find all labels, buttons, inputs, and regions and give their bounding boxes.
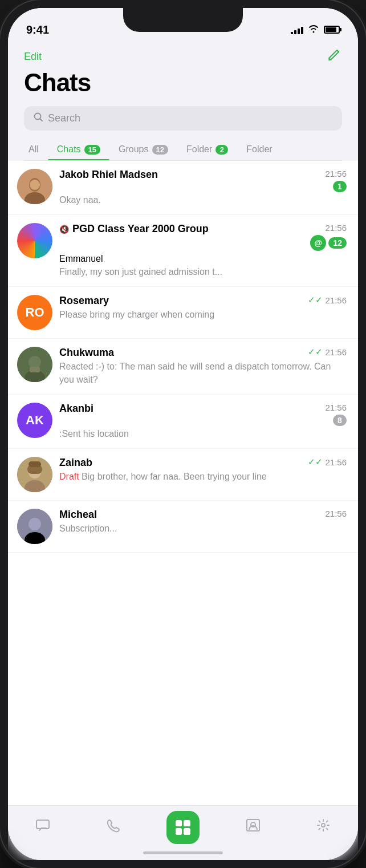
chat-body-rosemary: Rosemary ✓✓ 21:56 Please bring my charge… xyxy=(59,295,347,321)
avatar-micheal xyxy=(17,509,52,544)
avatar-jakob xyxy=(17,169,52,204)
avatar-zainab xyxy=(17,457,52,492)
chat-name-zainab: Zainab xyxy=(59,457,92,469)
tab-chats[interactable]: Chats 15 xyxy=(48,140,109,160)
unread-badge-akanbi: 8 xyxy=(333,415,347,426)
chat-name-micheal: Micheal xyxy=(59,509,97,521)
chat-preview-chukwuma: Reacted :-) to: The man said he will sen… xyxy=(59,360,347,386)
chat-meta-micheal: 21:56 xyxy=(325,509,347,518)
svg-rect-8 xyxy=(30,367,40,372)
chat-body-jakob: Jakob Rhiel Madsen 21:56 1 Okay naa. xyxy=(59,169,347,206)
nav-home[interactable] xyxy=(163,811,203,844)
chat-time-jakob: 21:56 xyxy=(325,169,347,179)
home-indicator xyxy=(143,851,223,854)
search-icon xyxy=(33,112,43,125)
tab-folder2[interactable]: Folder xyxy=(237,140,281,160)
chat-meta-akanbi: 21:56 8 xyxy=(325,403,347,426)
phone-screen: 9:41 xyxy=(8,8,358,860)
search-bar[interactable]: Search xyxy=(24,106,342,131)
chat-meta-jakob: 21:56 1 xyxy=(325,169,347,192)
phone-frame: 9:41 xyxy=(0,0,366,868)
chat-list: Jakob Rhiel Madsen 21:56 1 Okay naa. xyxy=(8,161,358,819)
settings-nav-icon xyxy=(315,817,331,837)
chat-item-zainab[interactable]: Zainab ✓✓ 21:56 Draft Big brother, how f… xyxy=(8,449,358,501)
tab-folder1[interactable]: Folder 2 xyxy=(177,140,237,160)
svg-point-15 xyxy=(29,518,41,530)
contacts-nav-icon xyxy=(245,817,261,837)
tab-all[interactable]: All xyxy=(24,140,48,160)
nav-settings[interactable] xyxy=(303,817,343,837)
content: Edit Chats xyxy=(8,42,358,860)
svg-point-7 xyxy=(29,356,41,368)
battery-icon xyxy=(324,26,340,34)
chat-time-pgd: 21:56 xyxy=(325,223,347,233)
svg-point-20 xyxy=(322,824,325,827)
svg-rect-17 xyxy=(36,820,49,829)
folder1-badge: 2 xyxy=(215,145,228,155)
chat-preview-pgd: Emmanuel Finally, my son just gained adm… xyxy=(59,253,347,278)
avatar-akanbi: AK xyxy=(17,403,52,438)
chat-name-pgd: 🔇 PGD Class Year 2000 Group xyxy=(59,223,209,235)
svg-rect-13 xyxy=(29,461,41,467)
grid-icon xyxy=(176,820,190,835)
header-top: Edit xyxy=(24,47,342,66)
double-check-rosemary: ✓✓ xyxy=(308,295,323,305)
nav-calls[interactable] xyxy=(93,817,133,837)
edit-button[interactable]: Edit xyxy=(24,51,42,63)
chat-meta-chukwuma: ✓✓ 21:56 xyxy=(308,347,347,357)
chat-time-zainab: ✓✓ 21:56 xyxy=(308,457,347,467)
chat-name-akanbi: Akanbi xyxy=(59,403,93,415)
wifi-icon xyxy=(308,24,319,35)
chat-time-akanbi: 21:56 xyxy=(325,403,347,412)
chat-body-akanbi: Akanbi 21:56 8 :Sent his location xyxy=(59,403,347,440)
compose-icon[interactable] xyxy=(326,47,342,66)
chat-preview-zainab: Draft Big brother, how far naa. Been try… xyxy=(59,470,347,483)
chat-meta-pgd: 21:56 @ 12 xyxy=(310,223,347,251)
tab-groups[interactable]: Groups 12 xyxy=(109,140,177,160)
chat-preview-micheal: Subscription... xyxy=(59,522,347,535)
chat-item-micheal[interactable]: Micheal 21:56 Subscription... xyxy=(8,501,358,553)
double-check-zainab: ✓✓ xyxy=(308,457,323,467)
chat-item-rosemary[interactable]: RO Rosemary ✓✓ 21:56 Please bring my xyxy=(8,287,358,339)
signal-icon xyxy=(291,25,303,34)
chat-time-chukwuma: ✓✓ 21:56 xyxy=(308,347,347,357)
chat-item-pgd[interactable]: 🔇 PGD Class Year 2000 Group 21:56 @ 12 xyxy=(8,215,358,287)
chat-name-chukwuma: Chukwuma xyxy=(59,347,114,359)
chat-meta-zainab: ✓✓ 21:56 xyxy=(308,457,347,467)
unread-badge-jakob: 1 xyxy=(333,181,347,192)
chat-body-zainab: Zainab ✓✓ 21:56 Draft Big brother, how f… xyxy=(59,457,347,483)
status-time: 9:41 xyxy=(26,23,49,36)
notch xyxy=(123,8,243,32)
header: Edit Chats xyxy=(8,42,358,161)
svg-point-4 xyxy=(30,180,40,190)
chat-item-akanbi[interactable]: AK Akanbi 21:56 8 :Sent his location xyxy=(8,395,358,449)
groups-badge: 12 xyxy=(152,145,168,155)
unread-count-pgd: 12 xyxy=(328,237,347,249)
chats-badge: 15 xyxy=(84,145,100,155)
nav-chats[interactable] xyxy=(23,817,63,837)
chat-time-rosemary: ✓✓ 21:56 xyxy=(308,295,347,305)
chat-body-pgd: 🔇 PGD Class Year 2000 Group 21:56 @ 12 xyxy=(59,223,347,278)
svg-point-0 xyxy=(35,113,41,120)
chat-preview-rosemary: Please bring my charger when coming xyxy=(59,309,347,321)
chat-body-micheal: Micheal 21:56 Subscription... xyxy=(59,509,347,535)
status-icons xyxy=(291,24,340,35)
double-check-chukwuma: ✓✓ xyxy=(308,347,323,357)
chat-item-jakob[interactable]: Jakob Rhiel Madsen 21:56 1 Okay naa. xyxy=(8,161,358,215)
chats-nav-icon xyxy=(35,817,51,837)
chat-body-chukwuma: Chukwuma ✓✓ 21:56 Reacted :-) to: The ma… xyxy=(59,347,347,386)
tabs-bar: All Chats 15 Groups 12 Folder 2 xyxy=(24,140,342,161)
calls-nav-icon xyxy=(105,817,121,837)
chat-preview-jakob: Okay naa. xyxy=(59,194,347,206)
chat-meta-rosemary: ✓✓ 21:56 xyxy=(308,295,347,305)
chat-item-chukwuma[interactable]: Chukwuma ✓✓ 21:56 Reacted :-) to: The ma… xyxy=(8,339,358,395)
chat-time-micheal: 21:56 xyxy=(325,509,347,518)
chat-name-jakob: Jakob Rhiel Madsen xyxy=(59,169,158,181)
nav-contacts[interactable] xyxy=(233,817,273,837)
avatar-rosemary: RO xyxy=(17,295,52,330)
mention-badge-pgd: @ xyxy=(310,235,326,251)
chat-name-rosemary: Rosemary xyxy=(59,295,109,307)
chat-preview-akanbi: :Sent his location xyxy=(59,428,347,440)
avatar-chukwuma xyxy=(17,347,52,382)
avatar-pgd xyxy=(17,223,52,258)
